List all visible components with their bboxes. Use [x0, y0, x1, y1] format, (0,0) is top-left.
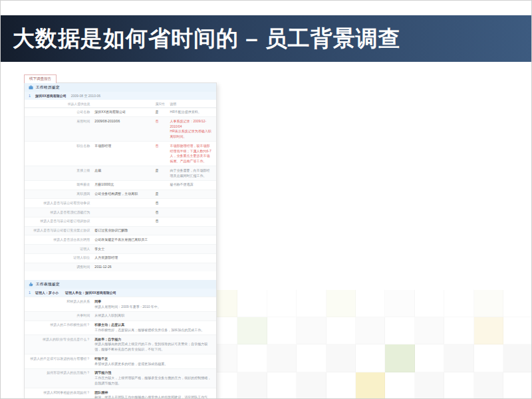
row-note: [170, 228, 212, 233]
row-label: 雇用时间: [29, 119, 94, 140]
pattern-tile: [327, 317, 356, 344]
row-truth: [155, 237, 170, 243]
row-value: 2011-12-26: [94, 265, 155, 270]
row-label: 证明人职位: [29, 255, 94, 261]
section-header: 工作经历鉴定: [25, 83, 216, 92]
row-index: 1: [29, 291, 35, 295]
pattern-tile: [297, 317, 326, 344]
pattern-tile: [297, 290, 326, 317]
row-note: 由于业务需要，向市场部经理及总裁同时汇报工作。: [170, 168, 212, 179]
qa-answer: 经验不足希望候选人积累更多的经验，使得更加成熟稳重。: [94, 356, 212, 367]
row-truth: 否: [155, 219, 170, 224]
table-row: 离职原因公司业务结构调整，主动离职是: [25, 190, 216, 199]
pattern-tile: [237, 344, 267, 372]
qa-answer-desc: 候选人雇用时间：2009 年夏季 - 2010 年中。: [94, 305, 212, 310]
pattern-tile: [327, 290, 356, 317]
pattern-tile: [385, 317, 414, 344]
table-row: 调查时间2011-12-26: [25, 263, 216, 272]
row-truth: [155, 182, 170, 188]
pattern-tile: [267, 372, 297, 399]
qa-answer-headline: 高效率；自学能力: [94, 337, 212, 342]
row-label: 证明人: [29, 247, 94, 252]
pattern-tile: [297, 344, 326, 372]
row-label: 候选人是否与该公司签订培训协议: [29, 219, 94, 224]
qa-row: 和候选人的关系同事候选人雇用时间：2009 年夏季 - 2010 年中。: [25, 297, 216, 311]
column-header-spacer: [94, 102, 155, 106]
table-row: 雇用时间2009/08-2010/06否人事系统记录：2009/12-2010/…: [25, 116, 216, 141]
row-value: 总裁: [94, 168, 155, 179]
pattern-tile: [356, 372, 385, 399]
section-title: 工作经历鉴定: [36, 85, 60, 90]
row-label: 调查时间: [29, 265, 94, 270]
row-value: [94, 219, 155, 224]
pattern-tile: [385, 290, 414, 317]
pattern-tile: [503, 290, 532, 317]
qa-answer-headline: 积极主动；态度认真: [94, 323, 212, 328]
background-pattern: [208, 290, 532, 399]
tab-offline-report[interactable]: 线下调查报告: [24, 74, 57, 83]
qa-answer-desc: 从候选人入职到离职: [94, 313, 212, 319]
qa-answer: 同事候选人雇用时间：2009 年夏季 - 2010 年中。: [94, 299, 212, 310]
pattern-tile: [327, 344, 356, 372]
row-note: [170, 201, 212, 206]
row-value: 深圳XX咨询有限公司: [94, 110, 155, 115]
row-value: [94, 210, 155, 215]
qa-answer-desc: 工作压力较大，上级管理较严格，能够承受业务方面的压力，很好的控制情绪，自我调节能…: [94, 376, 212, 386]
pattern-tile: [267, 290, 297, 317]
row-note: [170, 247, 212, 252]
pattern-tile: [415, 372, 444, 399]
table-row: 候选人是否与该公司签订培训协议否: [25, 217, 216, 226]
pattern-tile: [297, 372, 326, 399]
column-header-provided: 候选人提供信息: [29, 102, 94, 106]
qa-answer: 从候选人入职到离职: [94, 313, 212, 319]
row-label: 最终薪金: [29, 182, 94, 188]
pattern-tile: [237, 372, 267, 399]
row-truth: 是: [155, 110, 170, 115]
table-row: 证明人职位人力资源部经理: [25, 253, 216, 263]
row-value: 市场部经理: [94, 144, 155, 164]
pattern-tile: [237, 290, 267, 317]
row-value: 人力资源部经理: [94, 255, 155, 261]
qa-question: 候选人的不足或可以改进的地方有哪些？: [29, 356, 94, 367]
row-label: 候选人是否与该公司有劳动争议: [29, 201, 94, 206]
qa-row: 候选人的职业/专业优点是什么？高效率；自学能力候选人能够高效的完成上级交代的工作…: [25, 334, 216, 354]
row-note: 人事系统记录：2009/12-2010/04 HR表示系统记录为准确入职离职时间…: [170, 119, 212, 140]
row-value: 签订过竞业协议已解除: [94, 228, 155, 233]
row-note: 市场部助理经理，较市场部经理低半级；下属人数约6-7人，业务重点主要涉及市场拓展…: [170, 144, 212, 164]
slide-title-bar: 大数据是如何省时间的 – 员工背景调查: [1, 15, 532, 62]
row-truth: 否: [155, 210, 170, 215]
pattern-tile: [415, 344, 444, 372]
qa-row: 共事时间从候选人入职到离职: [25, 311, 216, 321]
thumbs-up-icon: [29, 282, 33, 287]
qa-answer: 积极主动；态度认真工作积极性好，态度较认真；能够被授权负责任务，加班加点的完成工…: [94, 323, 212, 333]
qa-question: 候选人的工作积极性如何？: [29, 323, 94, 333]
pattern-tile: [444, 317, 473, 344]
qa-question: 候选人的职业/专业优点是什么？: [29, 337, 94, 352]
row-truth: 否: [155, 144, 170, 164]
pattern-tile: [356, 317, 385, 344]
table-row: 直接上级总裁是由于业务需要，向市场部经理及总裁同时汇报工作。: [25, 166, 216, 180]
qa-answer-headline: 同事: [94, 299, 212, 305]
pattern-tile: [444, 290, 473, 317]
report-section: 工作经历鉴定1深圳XX咨询有限公司2009-08 至 2010-06候选人提供信…: [25, 83, 216, 272]
qa-question: 和候选人的关系: [29, 299, 94, 310]
row-note: [170, 210, 212, 215]
qa-answer: 高效率；自学能力候选人能够高效的完成上级交代的工作，受到领导的认可及赞赏；自学能…: [94, 337, 212, 352]
pattern-tile: [385, 344, 414, 372]
pattern-tile: [503, 344, 532, 372]
row-note: 秘书称不便透露: [170, 182, 212, 188]
qa-answer: 团队精神融洽，候选人在团队工作中能够虚心接受他人的指导和建议，适应团队工作气氛，…: [94, 390, 212, 399]
table-row: 候选人是否与该公司签订竞业禁止协议签订过竞业协议已解除: [25, 226, 216, 235]
pattern-tile: [503, 317, 532, 344]
row-label: 公司名称: [29, 110, 94, 115]
pattern-tile: [415, 290, 444, 317]
pattern-tile: [267, 344, 297, 372]
report-section: 工作表现鉴定1证明人：罗小小 证明人单位：深圳XX咨询有限公司和候选人的关系同事…: [25, 280, 216, 399]
row-label: 候选人是否有违纪违规行为: [29, 210, 94, 215]
pattern-tile: [474, 290, 503, 317]
qa-question: 如何形容候选人的抗压能力？: [29, 370, 94, 386]
presentation-slide: 大数据是如何省时间的 – 员工背景调查 线下调查报告 工作经历鉴定1深圳XX咨询…: [0, 0, 532, 399]
pattern-tile: [503, 372, 532, 399]
pattern-tile: [474, 344, 503, 372]
report-screenshot: 线下调查报告 工作经历鉴定1深圳XX咨询有限公司2009-08 至 2010-0…: [24, 74, 217, 399]
